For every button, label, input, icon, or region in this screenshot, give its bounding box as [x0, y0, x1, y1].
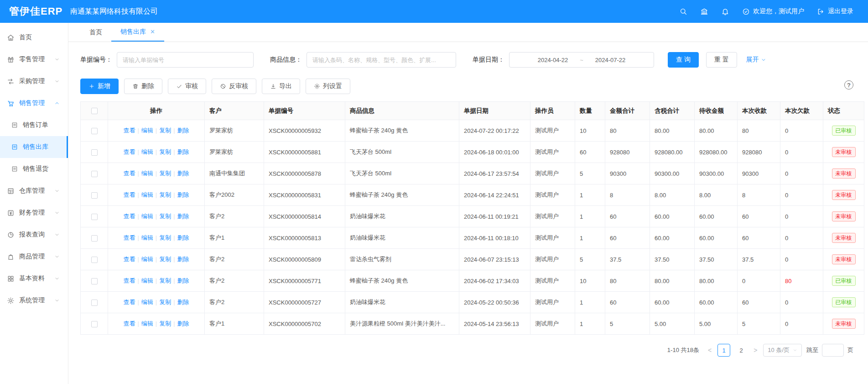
sidebar-item-basic-data[interactable]: 基本资料	[0, 268, 68, 289]
row-checkbox[interactable]	[91, 128, 98, 134]
delete-link[interactable]: 删除	[177, 213, 189, 220]
sidebar-item-sales-mgmt[interactable]: 销售管理	[0, 92, 68, 114]
delete-link[interactable]: 删除	[177, 170, 189, 177]
audit-button[interactable]: 审核	[168, 79, 206, 94]
cell-tax-total: 37.50	[650, 249, 695, 270]
view-link[interactable]: 查看	[123, 234, 135, 241]
view-link[interactable]: 查看	[123, 191, 135, 198]
sidebar-item-finance-mgmt[interactable]: 财务管理	[0, 202, 68, 224]
cell-actions: 查看|编辑|复制|删除	[108, 270, 205, 292]
delete-link[interactable]: 删除	[177, 148, 189, 155]
search-icon[interactable]	[679, 7, 687, 16]
sidebar-item-system-mgmt[interactable]: 系统管理	[0, 289, 68, 311]
unaudit-button[interactable]: 反审核	[212, 79, 256, 94]
edit-link[interactable]: 编辑	[141, 299, 153, 305]
bell-icon[interactable]	[721, 7, 729, 16]
edit-link[interactable]: 编辑	[141, 234, 153, 241]
row-checkbox[interactable]	[91, 149, 98, 156]
copy-link[interactable]: 复制	[159, 256, 171, 263]
edit-link[interactable]: 编辑	[141, 170, 153, 177]
sidebar-item-home[interactable]: 首页	[0, 26, 68, 48]
view-link[interactable]: 查看	[123, 127, 135, 134]
reset-button[interactable]: 重 置	[706, 52, 737, 68]
sidebar-item-retail-mgmt[interactable]: 零售管理	[0, 48, 68, 70]
edit-link[interactable]: 编辑	[141, 213, 153, 220]
jump-page-input[interactable]	[822, 344, 844, 357]
delete-link[interactable]: 删除	[177, 191, 189, 198]
product-info-input[interactable]	[307, 52, 456, 68]
select-all-checkbox[interactable]	[91, 108, 98, 114]
edit-link[interactable]: 编辑	[141, 277, 153, 284]
delete-link[interactable]: 删除	[177, 234, 189, 241]
sidebar-item-goods-mgmt[interactable]: 商品管理	[0, 246, 68, 268]
next-page-button[interactable]: >	[752, 347, 759, 354]
copy-link[interactable]: 复制	[159, 234, 171, 241]
copy-link[interactable]: 复制	[159, 170, 171, 177]
row-checkbox[interactable]	[91, 278, 98, 284]
edit-link[interactable]: 编辑	[141, 320, 153, 327]
edit-link[interactable]: 编辑	[141, 148, 153, 155]
view-link[interactable]: 查看	[123, 148, 135, 155]
sidebar-item-sales-outbound[interactable]: 销售出库	[0, 136, 68, 158]
row-checkbox[interactable]	[91, 300, 98, 306]
view-link[interactable]: 查看	[123, 299, 135, 305]
table-row: 查看|编辑|复制|删除客户2XSCK00000005814奶油味爆米花2024-…	[81, 206, 864, 227]
view-link[interactable]: 查看	[123, 170, 135, 177]
sidebar-item-sales-order[interactable]: 销售订单	[0, 114, 68, 136]
row-checkbox[interactable]	[91, 321, 98, 327]
date-start-value[interactable]: 2024-04-22	[538, 57, 568, 63]
cell-operator: 测试用户	[530, 292, 575, 313]
row-checkbox[interactable]	[91, 257, 98, 263]
bank-icon[interactable]	[700, 7, 708, 16]
delete-link[interactable]: 删除	[177, 320, 189, 327]
view-link[interactable]: 查看	[123, 277, 135, 284]
copy-link[interactable]: 复制	[159, 213, 171, 220]
welcome-user[interactable]: 欢迎您，测试用户	[742, 7, 804, 16]
delete-link[interactable]: 删除	[177, 127, 189, 134]
tab-home[interactable]: 首页	[80, 23, 111, 42]
order-no-input[interactable]	[117, 52, 254, 68]
delete-link[interactable]: 删除	[177, 277, 189, 284]
row-checkbox[interactable]	[91, 214, 98, 220]
page-size-select[interactable]: 10 条/页	[763, 344, 802, 357]
add-button[interactable]: 新增	[80, 79, 119, 94]
sidebar-item-purchase-mgmt[interactable]: 采购管理	[0, 70, 68, 92]
edit-link[interactable]: 编辑	[141, 191, 153, 198]
delete-button[interactable]: 删除	[124, 79, 162, 94]
row-checkbox[interactable]	[91, 171, 98, 177]
copy-link[interactable]: 复制	[159, 299, 171, 305]
expand-link[interactable]: 展开	[746, 56, 766, 64]
copy-link[interactable]: 复制	[159, 320, 171, 327]
cell-status: 未审核	[823, 206, 864, 227]
cell-order-no: XSCK00000005814	[264, 206, 345, 227]
date-end-value[interactable]: 2024-07-22	[595, 57, 626, 63]
view-link[interactable]: 查看	[123, 320, 135, 327]
column-settings-button[interactable]: 列设置	[306, 79, 350, 94]
sidebar-item-warehouse-mgmt[interactable]: 仓库管理	[0, 180, 68, 202]
copy-link[interactable]: 复制	[159, 148, 171, 155]
view-link[interactable]: 查看	[123, 256, 135, 263]
close-icon[interactable]: ✕	[150, 28, 155, 35]
delete-link[interactable]: 删除	[177, 256, 189, 263]
delete-link[interactable]: 删除	[177, 299, 189, 305]
row-checkbox[interactable]	[91, 192, 98, 199]
edit-link[interactable]: 编辑	[141, 127, 153, 134]
help-icon[interactable]: ?	[844, 80, 853, 89]
view-link[interactable]: 查看	[123, 213, 135, 220]
sidebar-item-report-query[interactable]: 报表查询	[0, 224, 68, 246]
search-button[interactable]: 查 询	[668, 52, 699, 68]
copy-link[interactable]: 复制	[159, 127, 171, 134]
tab-sales-outbound[interactable]: 销售出库✕	[111, 23, 164, 42]
edit-link[interactable]: 编辑	[141, 256, 153, 263]
page-1-button[interactable]: 1	[717, 344, 730, 357]
sidebar-item-sales-return[interactable]: 销售退货	[0, 158, 68, 180]
copy-link[interactable]: 复制	[159, 191, 171, 198]
page-2-button[interactable]: 2	[735, 344, 748, 357]
export-button[interactable]: 导出	[262, 79, 300, 94]
prev-page-button[interactable]: <	[707, 347, 713, 354]
logout-button[interactable]: 退出登录	[817, 7, 853, 16]
copy-link[interactable]: 复制	[159, 277, 171, 284]
cell-owed: 0	[780, 249, 823, 270]
date-range-input[interactable]: 2024-04-22 ~ 2024-07-22	[509, 52, 654, 68]
row-checkbox[interactable]	[91, 235, 98, 242]
